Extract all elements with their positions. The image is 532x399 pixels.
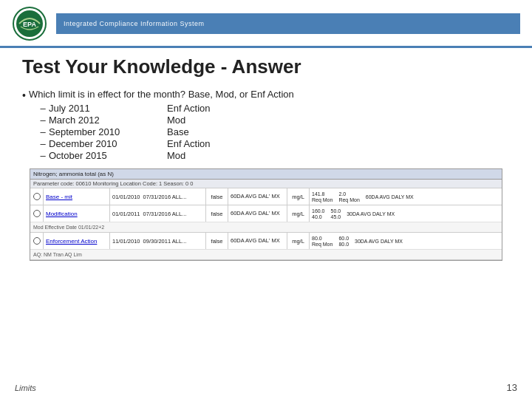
table-header: Nitrogen; ammonia total (as N): [30, 169, 502, 180]
banner-text: Integrated Compliance Information System: [64, 20, 205, 27]
table-row: Enforcement Action 11/01/2010 09/30/2011…: [30, 233, 502, 249]
header-banner: Integrated Compliance Information System: [56, 13, 520, 34]
limit2-label: 45.0: [331, 214, 341, 219]
unit-col: mg/L: [287, 233, 310, 249]
page-title: Test Your Knowledge - Answer: [0, 48, 532, 84]
table-sub-header: Parameter code: 00610 Monitoring Locatio…: [30, 180, 502, 188]
table-header-text: Nitrogen; ammonia total (as N): [33, 171, 114, 177]
limit-group-2: 50.0 45.0: [331, 208, 341, 219]
date-to: 07/31/2016 ALL...: [143, 194, 187, 200]
season-col: 60DA AVG DAL' MX: [228, 233, 287, 249]
table-row-group-base: Base - mit 01/01/2010 07/31/2016 ALL... …: [30, 188, 502, 205]
item-label: October 2015: [49, 150, 167, 161]
limit3-info: 30DA AVG DALY MX: [355, 239, 403, 244]
link-col[interactable]: Enforcement Action: [44, 233, 110, 249]
limit1-val: 160.0: [312, 208, 325, 214]
limits-col: 80.0 Req Mon 60.0 80.0 30DA AVG DALY MX: [310, 233, 502, 249]
question-row: • Which limit is in effect for the month…: [22, 89, 510, 101]
date-from: 11/01/2010: [112, 238, 140, 245]
type-col: false: [206, 233, 228, 249]
limit-group-2: 60.0 80.0: [338, 236, 349, 247]
limit-group-3: 30DA AVG DALY MX: [347, 211, 395, 216]
limits-col: 141.8 Req Mon 2.0 Req Mon 60DA AVG DALY …: [310, 188, 502, 205]
footer-label: Limits: [15, 383, 36, 392]
dates-col: 01/01/2011 07/31/2016 ALL...: [110, 205, 206, 222]
limit1-label: 40.0: [312, 214, 325, 219]
dash-icon: –: [37, 150, 49, 161]
season-col: 60DA AVG DAL' MX: [228, 188, 287, 205]
limit-group-1: 80.0 Req Mon: [312, 236, 332, 247]
type-col: false: [206, 205, 228, 222]
radio-button[interactable]: [33, 210, 41, 217]
season-value: 60DA AVG DAL' MX: [231, 211, 280, 216]
table-row-sub: Mod Effective Date 01/01/22+2: [30, 222, 502, 232]
list-item: – December 2010 Enf Action: [37, 138, 510, 149]
limit3-info: 30DA AVG DALY MX: [347, 211, 395, 216]
list-item: – March 2012 Mod: [37, 115, 510, 126]
limit2-label: Req Mon: [338, 197, 359, 202]
limit-group-3: 60DA AVG DALY MX: [366, 194, 414, 200]
footer-page: 13: [507, 382, 517, 393]
bullet-section: • Which limit is in effect for the month…: [22, 89, 510, 161]
season-value: 60DA AVG DAL' MX: [231, 194, 280, 200]
limit1-label: Req Mon: [312, 197, 332, 202]
date-from: 01/01/2011: [112, 211, 140, 217]
limit-group-2: 2.0 Req Mon: [338, 191, 359, 202]
item-answer: Base: [167, 126, 189, 137]
unit-col: mg/L: [287, 205, 310, 222]
bullet-icon: •: [22, 89, 26, 101]
radio-col[interactable]: [30, 188, 44, 205]
dash-icon: –: [37, 103, 49, 114]
item-label: September 2010: [49, 126, 167, 137]
link-col[interactable]: Modification: [44, 205, 110, 222]
date-to: 07/31/2016 ALL...: [143, 211, 187, 217]
item-answer: Mod: [167, 150, 185, 161]
limit2-val: 2.0: [338, 191, 359, 197]
answers-list: – July 2011 Enf Action – March 2012 Mod …: [37, 103, 510, 161]
dates-col: 11/01/2010 09/30/2011 ALL...: [110, 233, 206, 249]
epa-logo: EPA: [12, 6, 47, 41]
enf-note: AQ: NM Tran AQ Lim: [33, 252, 82, 257]
table-sub-header-text: Parameter code: 00610 Monitoring Locatio…: [33, 180, 193, 187]
svg-text:EPA: EPA: [23, 21, 36, 28]
table-row-sub: AQ: NM Tran AQ Lim: [30, 249, 502, 259]
radio-button[interactable]: [33, 193, 41, 200]
limit-group-1: 160.0 40.0: [312, 208, 325, 219]
limit2-label: 80.0: [338, 242, 349, 247]
radio-col[interactable]: [30, 233, 44, 249]
type-col: false: [206, 188, 228, 205]
header: EPA Integrated Compliance Information Sy…: [0, 0, 532, 48]
mod-link[interactable]: Modification: [46, 211, 78, 217]
radio-col[interactable]: [30, 205, 44, 222]
item-label: December 2010: [49, 138, 167, 149]
footer: Limits 13: [15, 382, 517, 393]
date-from: 01/01/2010: [112, 194, 140, 200]
limit2-val: 60.0: [338, 236, 349, 241]
table-row: Modification 01/01/2011 07/31/2016 ALL..…: [30, 205, 502, 222]
dash-icon: –: [37, 126, 49, 137]
enf-link[interactable]: Enforcement Action: [46, 238, 97, 245]
item-label: March 2012: [49, 115, 167, 126]
radio-button[interactable]: [33, 237, 41, 245]
season-value: 60DA AVG DAL' MX: [231, 238, 280, 244]
table-row: Base - mit 01/01/2010 07/31/2016 ALL... …: [30, 188, 502, 205]
list-item: – July 2011 Enf Action: [37, 103, 510, 114]
type-value: false: [211, 194, 223, 200]
limit1-val: 141.8: [312, 191, 332, 197]
limit1-label: Req Mon: [312, 242, 332, 247]
unit-col: mg/L: [287, 188, 310, 205]
base-link[interactable]: Base - mit: [46, 194, 72, 200]
limit3-info: 60DA AVG DALY MX: [366, 194, 414, 200]
link-col[interactable]: Base - mit: [44, 188, 110, 205]
date-to: 09/30/2011 ALL...: [143, 238, 187, 245]
dash-icon: –: [37, 115, 49, 126]
item-answer: Enf Action: [167, 138, 211, 149]
table-row-group-mod: Modification 01/01/2011 07/31/2016 ALL..…: [30, 205, 502, 233]
unit-value: mg/L: [292, 211, 304, 217]
list-item: – October 2015 Mod: [37, 150, 510, 161]
question-text: Which limit is in effect for the month? …: [29, 89, 294, 100]
list-item: – September 2010 Base: [37, 126, 510, 137]
main-content: • Which limit is in effect for the month…: [0, 84, 532, 261]
limits-col: 160.0 40.0 50.0 45.0 30DA AVG DALY MX: [310, 205, 502, 222]
season-col: 60DA AVG DAL' MX: [228, 205, 287, 222]
